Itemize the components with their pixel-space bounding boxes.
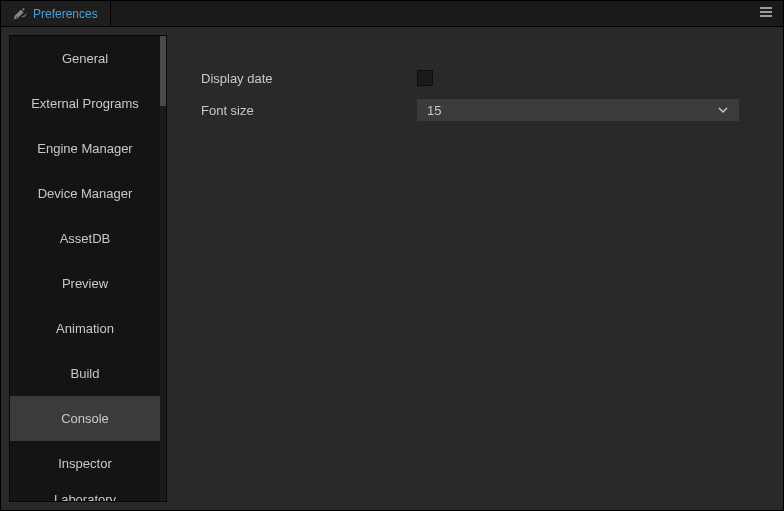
tab-preferences[interactable]: Preferences xyxy=(1,1,111,26)
sidebar-item-assetdb[interactable]: AssetDB xyxy=(10,216,160,261)
sidebar-item-laboratory[interactable]: Laboratory xyxy=(10,486,160,501)
display-date-label: Display date xyxy=(201,71,417,86)
sidebar-item-label: General xyxy=(62,51,108,66)
sidebar-scrollbar[interactable] xyxy=(160,36,166,501)
sidebar-item-label: Console xyxy=(61,411,109,426)
chevron-down-icon xyxy=(717,104,729,116)
sidebar-item-label: External Programs xyxy=(31,96,139,111)
sidebar-item-external-programs[interactable]: External Programs xyxy=(10,81,160,126)
scrollbar-thumb[interactable] xyxy=(160,36,166,106)
sidebar-item-animation[interactable]: Animation xyxy=(10,306,160,351)
sidebar-item-label: Laboratory xyxy=(54,492,116,501)
sidebar-item-label: Inspector xyxy=(58,456,111,471)
sidebar-item-preview[interactable]: Preview xyxy=(10,261,160,306)
sidebar-item-label: AssetDB xyxy=(60,231,111,246)
font-size-label: Font size xyxy=(201,103,417,118)
main-panel: Display date Font size 15 xyxy=(167,35,775,502)
setting-font-size: Font size 15 xyxy=(201,95,757,125)
font-size-value: 15 xyxy=(427,103,441,118)
sidebar-item-device-manager[interactable]: Device Manager xyxy=(10,171,160,216)
hamburger-icon xyxy=(759,5,773,22)
sidebar-item-label: Build xyxy=(71,366,100,381)
sidebar-item-label: Preview xyxy=(62,276,108,291)
sidebar-item-label: Animation xyxy=(56,321,114,336)
sidebar-item-engine-manager[interactable]: Engine Manager xyxy=(10,126,160,171)
sidebar-list: General External Programs Engine Manager… xyxy=(10,36,160,501)
sidebar-item-build[interactable]: Build xyxy=(10,351,160,396)
sidebar-item-label: Device Manager xyxy=(38,186,133,201)
sidebar-item-console[interactable]: Console xyxy=(10,396,160,441)
content: General External Programs Engine Manager… xyxy=(1,27,783,510)
sidebar-item-inspector[interactable]: Inspector xyxy=(10,441,160,486)
menu-button[interactable] xyxy=(749,1,783,26)
sidebar-item-general[interactable]: General xyxy=(10,36,160,81)
display-date-checkbox[interactable] xyxy=(417,70,433,86)
font-size-select[interactable]: 15 xyxy=(417,99,739,121)
tools-icon xyxy=(13,7,27,21)
sidebar: General External Programs Engine Manager… xyxy=(9,35,167,502)
sidebar-item-label: Engine Manager xyxy=(37,141,132,156)
tab-label: Preferences xyxy=(33,7,98,21)
titlebar: Preferences xyxy=(1,1,783,27)
setting-display-date: Display date xyxy=(201,63,757,93)
